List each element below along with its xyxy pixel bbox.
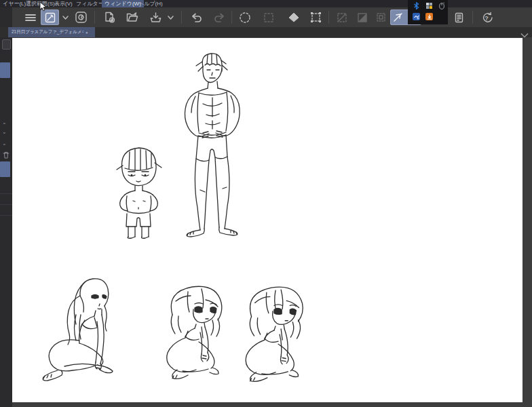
- figure-standing-man: [178, 50, 246, 239]
- divider: [0, 193, 12, 194]
- left-panel-sliver: ⌃ ⌄ ⌄: [0, 7, 12, 407]
- chevron-down-icon[interactable]: [60, 9, 70, 25]
- quick-mask-icon[interactable]: [285, 9, 303, 25]
- invert-selection-icon[interactable]: [354, 9, 370, 25]
- document-tab-bar: 21日目プラスアルファ_デフォルメキャラを描こうBODY* ●: [0, 27, 532, 37]
- divider: [0, 204, 12, 205]
- canvas-area[interactable]: [0, 37, 532, 407]
- menu-help[interactable]: ヘルプ(H): [136, 0, 166, 7]
- figure-chibi-boy: [111, 141, 168, 239]
- pointing-device-icon[interactable]: [438, 2, 445, 9]
- transform-icon[interactable]: [307, 9, 324, 25]
- divider: [0, 215, 12, 216]
- help-icon[interactable]: ?: [479, 9, 497, 25]
- palette-selected-item-2[interactable]: [0, 161, 10, 177]
- clip-studio-paint-window: イヤー(L) 選択範囲(S) 表示(V) フィルター(I) ウィンドウ(W) ヘ…: [0, 0, 532, 407]
- security-shield-icon[interactable]: [425, 2, 433, 9]
- menu-view[interactable]: 表示(V): [52, 0, 75, 7]
- redo-icon[interactable]: [210, 9, 228, 25]
- figure-sitting-chibi-girl-1: [158, 281, 231, 383]
- chevron-down-icon[interactable]: ⌄: [2, 141, 7, 147]
- mouse-cursor: [39, 1, 47, 12]
- graphics-utility-icon[interactable]: [413, 13, 420, 20]
- toolbar-separator: [328, 11, 329, 24]
- clip-studio-logo-icon[interactable]: [72, 9, 90, 25]
- hamburger-menu-icon[interactable]: [22, 9, 39, 25]
- toolbar-separator: [472, 11, 473, 24]
- spin-up-icon[interactable]: ⌃: [2, 123, 7, 128]
- toolbar-separator: [94, 11, 95, 24]
- system-tray-popup: [408, 0, 448, 24]
- trash-icon[interactable]: [3, 151, 10, 159]
- quick-access-panel-icon[interactable]: [451, 9, 467, 25]
- chevron-down-icon[interactable]: [166, 9, 175, 25]
- reselect-icon[interactable]: [261, 9, 277, 25]
- undo-icon[interactable]: [187, 9, 205, 25]
- menu-bar: イヤー(L) 選択範囲(S) 表示(V) フィルター(I) ウィンドウ(W) ヘ…: [0, 0, 532, 7]
- bluetooth-icon[interactable]: [413, 2, 420, 9]
- modified-indicator: ●: [86, 31, 88, 35]
- new-document-icon[interactable]: [100, 9, 118, 25]
- spin-down-icon[interactable]: ⌄: [2, 130, 7, 135]
- clear-selection-icon[interactable]: [334, 9, 350, 25]
- selection-border-icon[interactable]: [373, 9, 388, 25]
- palette-selected-item[interactable]: [0, 62, 10, 78]
- save-icon[interactable]: [147, 9, 164, 25]
- figure-sitting-girl-long-hair: [37, 274, 120, 385]
- updater-icon[interactable]: [425, 13, 433, 20]
- palette-button-partial[interactable]: [2, 39, 11, 50]
- main-toolbar: ?: [12, 7, 532, 27]
- toolbar-separator: [231, 11, 232, 24]
- document-tab[interactable]: 21日目プラスアルファ_デフォルメキャラを描こうBODY* ●: [8, 27, 95, 37]
- open-file-icon[interactable]: [124, 9, 141, 25]
- document-title: 21日目プラスアルファ_デフォルメキャラを描こうBODY*: [12, 29, 83, 35]
- deselect-icon[interactable]: [236, 9, 254, 25]
- document-canvas[interactable]: [12, 38, 522, 402]
- tab-list-chevron-icon[interactable]: [520, 28, 529, 41]
- toolbar-separator: [181, 11, 182, 24]
- figure-sitting-chibi-girl-2: [238, 281, 312, 384]
- help-glyph: ?: [484, 15, 489, 22]
